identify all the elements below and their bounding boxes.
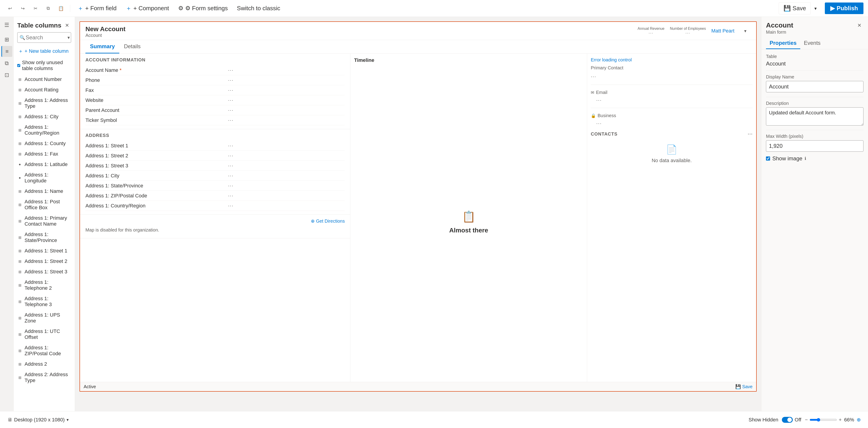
list-item[interactable]: ● Address 1: Longitude	[13, 170, 75, 186]
field-icon: ●	[17, 175, 22, 180]
no-data-text: No data available.	[652, 158, 692, 164]
show-hidden-area: Show Hidden Off − + 66% ⊕	[748, 417, 761, 423]
list-item[interactable]: ⊞ Address 1: UTC Offset	[13, 326, 75, 342]
form-tabs: Summary Details	[80, 40, 756, 54]
list-item[interactable]: ⊞ Address 1: ZIP/Postal Code	[13, 342, 75, 359]
list-item[interactable]: ⊞ Address 1: Name	[13, 186, 75, 197]
form-field-button[interactable]: ＋ + Form field	[74, 2, 120, 14]
save-button[interactable]: 💾 Save	[779, 2, 811, 14]
nav-forms-button[interactable]: ≡	[1, 46, 12, 57]
new-table-column-button[interactable]: ＋ + New table column	[17, 47, 69, 56]
switch-classic-label: Switch to classic	[237, 5, 280, 12]
list-item[interactable]: ⊞ Account Rating	[13, 85, 75, 95]
form-subtitle: Account	[86, 33, 125, 38]
sidebar-close-button[interactable]: ✕	[63, 21, 71, 30]
list-item[interactable]: ⊞ Address 1: Address Type	[13, 95, 75, 111]
field-street3: Address 1: Street 3 ···	[86, 161, 345, 171]
right-panel-close-button[interactable]: ✕	[855, 21, 864, 30]
list-item[interactable]: ⊞ Address 1: Telephone 2	[13, 277, 75, 293]
nav-home-button[interactable]: ⊞	[1, 34, 12, 45]
filter-button[interactable]: ▾	[67, 35, 70, 40]
field-icon: ⊞	[17, 375, 22, 380]
list-item[interactable]: ⊞ Address 1: UPS Zone	[13, 310, 75, 326]
canvas-container: New Account Account Annual Revenue ··· N…	[75, 17, 761, 428]
tab-summary[interactable]: Summary	[86, 40, 119, 53]
tab-properties[interactable]: Properties	[766, 37, 800, 49]
description-label: Description	[766, 101, 864, 106]
panel-divider-2	[766, 97, 864, 97]
max-width-input[interactable]	[766, 140, 864, 152]
form-header-fields: Annual Revenue ··· Number of Employees ·…	[638, 26, 751, 36]
list-item[interactable]: ⊞ Address 2	[13, 359, 75, 369]
list-item[interactable]: ⊞ Address 1: Street 1	[13, 246, 75, 256]
email-label: Email	[596, 90, 608, 95]
list-item[interactable]: ⊞ Address 1: Fax	[13, 149, 75, 159]
contacts-title: CONTACTS	[591, 132, 618, 137]
list-item[interactable]: ⊞ Address 1: City	[13, 111, 75, 122]
list-item[interactable]: ⊞ Address 1: County	[13, 138, 75, 149]
field-icon: ⊞	[17, 219, 22, 224]
panel-divider-3	[766, 130, 864, 130]
list-item[interactable]: ⊞ Address 1: Street 3	[13, 266, 75, 277]
cut-button[interactable]: ✂	[30, 3, 41, 14]
info-icon[interactable]: ℹ	[805, 156, 806, 161]
show-unused-checkbox[interactable]	[17, 63, 20, 67]
publish-icon: ▶	[830, 5, 835, 12]
field-website: Website ···	[86, 95, 345, 105]
status-bar: 🖥 Desktop (1920 x 1080) ▾ Show Hidden Of…	[75, 411, 761, 428]
no-data-icon: 📄	[666, 144, 677, 155]
field-icon: ⊞	[17, 101, 22, 106]
field-icon: ⊞	[17, 151, 22, 156]
field-icon: ⊞	[17, 202, 22, 207]
nav-layers-button[interactable]: ⧉	[1, 58, 12, 69]
list-item[interactable]: ⊞ Address 2: Address Type	[13, 369, 75, 386]
owner-field[interactable]: Matt Peart	[711, 28, 734, 34]
save-chevron-button[interactable]: ▾	[812, 3, 819, 13]
field-zip: Address 1: ZIP/Postal Code ···	[86, 191, 345, 201]
publish-button[interactable]: ▶ Publish	[825, 2, 864, 14]
list-item[interactable]: ⊞ Account Number	[13, 74, 75, 85]
list-item[interactable]: ● Address 1: Latitude	[13, 159, 75, 170]
sidebar-actions: ＋ + New table column	[13, 46, 75, 59]
copy-button[interactable]: ⧉	[43, 3, 54, 14]
right-panel-header: Account Main form ✕	[762, 17, 868, 35]
tab-details[interactable]: Details	[119, 40, 145, 53]
display-name-input[interactable]	[766, 81, 864, 92]
list-item[interactable]: ⊞ Address 1: Post Office Box	[13, 197, 75, 213]
error-loading-link[interactable]: Error loading control	[591, 57, 752, 62]
list-item[interactable]: ⊞ Address 1: Street 2	[13, 256, 75, 266]
description-textarea[interactable]: Updated default Account form.	[766, 107, 864, 125]
show-image-checkbox[interactable]	[766, 156, 770, 161]
component-button[interactable]: ＋ + Component	[122, 2, 173, 14]
form-header-chevron[interactable]: ▾	[740, 26, 751, 36]
list-item[interactable]: ⊞ Address 1: Country/Region	[13, 122, 75, 138]
contacts-more-button[interactable]: ⋯	[748, 131, 752, 137]
redo-button[interactable]: ↪	[17, 3, 28, 14]
undo-button[interactable]: ↩	[4, 3, 16, 14]
form-settings-button[interactable]: ⚙ ⚙ Form settings	[175, 3, 231, 13]
form-field-label: + Form field	[85, 5, 117, 12]
settings-icon: ⚙	[178, 5, 183, 12]
list-item[interactable]: ⊞ Address 1: Telephone 3	[13, 293, 75, 310]
field-street1: Address 1: Street 1 ···	[86, 141, 345, 151]
tab-events[interactable]: Events	[800, 37, 824, 49]
form-save-link[interactable]: 💾 Save	[735, 384, 752, 389]
account-info-title: ACCOUNT INFORMATION	[86, 57, 345, 62]
form-status: Active	[84, 384, 96, 389]
address-title: ADDRESS	[86, 133, 345, 138]
list-item[interactable]: ⊞ Address 1: Primary Contact Name	[13, 213, 75, 229]
save-label: Save	[793, 5, 806, 12]
get-directions-button[interactable]: ⊕ Get Directions	[311, 219, 345, 224]
list-item[interactable]: ⊞ Address 1: State/Province	[13, 229, 75, 246]
component-label: + Component	[133, 5, 169, 12]
paste-button[interactable]: 📋	[56, 3, 66, 14]
switch-classic-button[interactable]: Switch to classic	[234, 3, 284, 13]
nav-data-button[interactable]: ⊡	[1, 69, 12, 81]
save-icon: 💾	[783, 5, 791, 12]
form-footer: Active 💾 Save	[80, 382, 756, 391]
nav-menu-button[interactable]: ☰	[1, 20, 12, 30]
search-input[interactable]	[17, 32, 71, 43]
sidebar-search: 🔍 ▾	[17, 32, 71, 43]
field-ticker-symbol: Ticker Symbol ···	[86, 115, 345, 125]
field-icon: ⊞	[17, 259, 22, 264]
